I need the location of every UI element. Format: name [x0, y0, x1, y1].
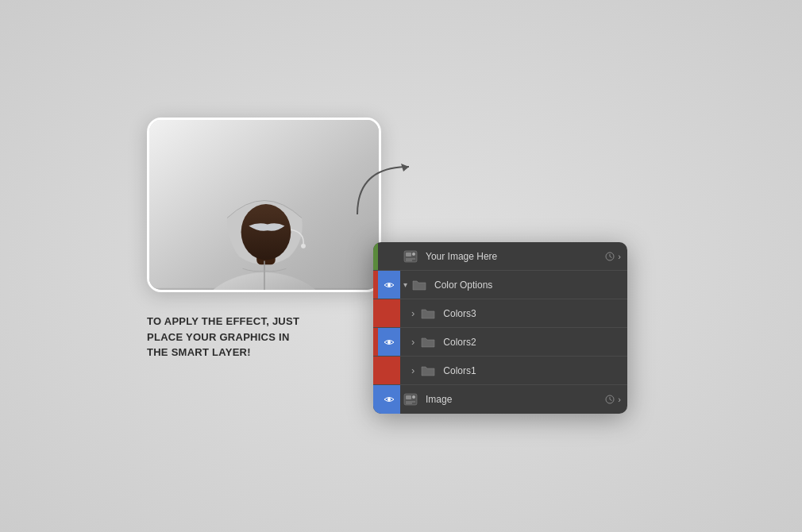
instruction-line2: PLACE YOUR GRAPHICS IN: [147, 330, 306, 345]
curve-arrow: [349, 159, 421, 230]
layer-label-colors2: Colors2: [443, 337, 627, 348]
chevron-right-your-image: ›: [618, 252, 621, 261]
folder-icon-color-options: [409, 276, 430, 294]
layer-label-color-options: Color Options: [434, 279, 627, 291]
svg-point-15: [388, 283, 391, 287]
svg-point-20: [412, 395, 415, 399]
eye-color-options[interactable]: [378, 271, 400, 299]
svg-rect-19: [406, 395, 411, 399]
expand-chevron-colors1: ›: [411, 364, 414, 376]
clock-icon-image: [605, 395, 615, 404]
layers-panel: Your Image Here › ▾ Color Options: [373, 242, 627, 414]
person-illustration: [149, 118, 379, 290]
photo-person-bg: [149, 120, 379, 290]
layer-row-colors1: › Colors1: [373, 357, 627, 385]
svg-line-14: [610, 256, 612, 258]
layer-row-your-image: Your Image Here ›: [373, 242, 627, 271]
chevron-right-image: ›: [618, 395, 621, 404]
svg-point-4: [301, 244, 306, 249]
instruction-text: TO APPLY THE EFFECT, JUST PLACE YOUR GRA…: [147, 314, 306, 360]
folder-icon-colors2: [418, 333, 438, 351]
layer-label-colors1: Colors1: [443, 365, 627, 376]
layer-actions-image: ›: [605, 395, 627, 404]
layer-row-image: Image ›: [373, 385, 627, 414]
eye-image[interactable]: [378, 385, 400, 414]
layer-row-colors2: › Colors2: [373, 328, 627, 357]
instruction-line3: THE SMART LAYER!: [147, 345, 306, 360]
svg-point-16: [388, 341, 391, 344]
svg-point-17: [388, 398, 391, 401]
layer-actions-your-image: ›: [605, 252, 627, 261]
folder-icon-colors1: [418, 362, 438, 380]
eye-icon-color-options: [384, 281, 395, 289]
svg-marker-6: [401, 164, 409, 172]
eye-colors3: [378, 299, 400, 327]
svg-point-9: [412, 253, 415, 256]
eye-colors2[interactable]: [378, 328, 400, 356]
expand-chevron-colors3: ›: [411, 307, 414, 319]
layer-label-your-image: Your Image Here: [426, 251, 605, 262]
layer-row-colors3: › Colors3: [373, 299, 627, 328]
expand-chevron-colors2: ›: [411, 336, 414, 348]
smart-object-icon-your-image: [400, 248, 421, 265]
layer-row-color-options: ▾ Color Options: [373, 271, 627, 299]
instruction-line1: TO APPLY THE EFFECT, JUST: [147, 314, 306, 330]
eye-colors1: [378, 357, 400, 384]
layer-label-colors3: Colors3: [443, 308, 627, 319]
layer-label-image: Image: [426, 394, 605, 405]
svg-point-3: [241, 204, 291, 260]
eye-icon-colors2: [384, 338, 395, 346]
svg-line-25: [610, 399, 612, 401]
photo-card: [147, 118, 381, 292]
eye-icon-image: [384, 395, 395, 403]
eye-your-image: [378, 242, 400, 270]
smart-object-icon-image: [400, 391, 421, 408]
folder-icon-colors3: [418, 305, 438, 322]
expand-chevron-color-options: ▾: [403, 280, 407, 289]
clock-icon: [605, 252, 615, 261]
svg-rect-8: [406, 253, 411, 256]
